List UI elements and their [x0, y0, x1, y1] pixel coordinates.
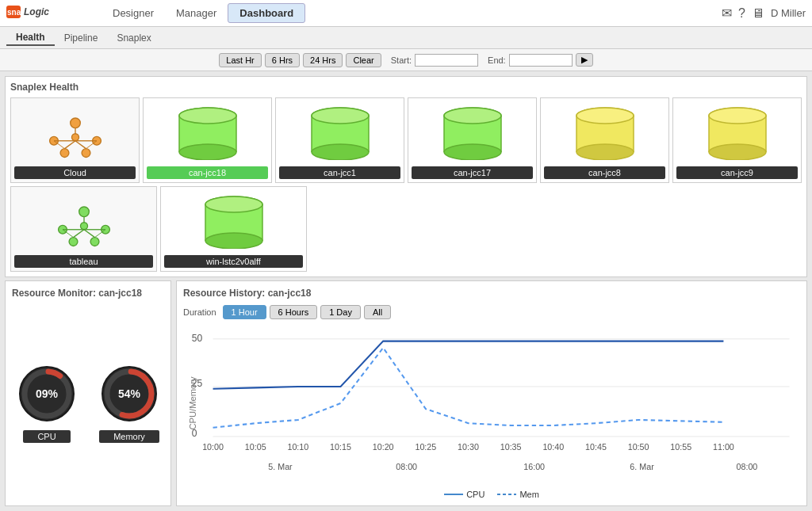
resource-monitor-title: Resource Monitor: can-jcc18 — [12, 288, 164, 299]
svg-point-18 — [179, 144, 236, 160]
svg-point-8 — [71, 134, 79, 141]
svg-point-3 — [70, 118, 80, 128]
tab-pipeline[interactable]: Pipeline — [55, 31, 108, 45]
svg-text:08:00: 08:00 — [737, 462, 758, 471]
chart-area: 50 25 0 CPU/Memory 10:00 10:05 10:10 10:… — [183, 326, 800, 486]
resource-history-panel: Resource History: can-jcc18 Duration 1 H… — [176, 280, 807, 506]
svg-text:snap: snap — [7, 8, 25, 17]
health-cell-win[interactable]: win-lstc2v0alff — [160, 186, 307, 272]
svg-point-6 — [60, 149, 69, 158]
dur-6hours[interactable]: 6 Hours — [270, 305, 318, 319]
svg-line-12 — [64, 141, 75, 149]
jcc1-label: can-jcc1 — [279, 166, 400, 179]
help-icon[interactable]: ? — [738, 6, 745, 21]
dur-all[interactable]: All — [364, 305, 391, 319]
svg-text:10:10: 10:10 — [287, 442, 308, 452]
tab-health[interactable]: Health — [6, 30, 55, 46]
svg-point-36 — [576, 144, 634, 160]
dur-1day[interactable]: 1 Day — [320, 305, 361, 319]
svg-text:10:30: 10:30 — [458, 442, 479, 452]
bottom-panels: Resource Monitor: can-jcc18 — [5, 280, 807, 506]
nav-manager[interactable]: Manager — [165, 4, 228, 22]
health-cell-tableau[interactable]: tableau — [10, 186, 157, 272]
health-cell-cloud[interactable]: Cloud — [10, 97, 140, 183]
svg-text:54%: 54% — [118, 387, 141, 400]
svg-line-13 — [75, 141, 86, 149]
cloud-network-icon — [40, 108, 111, 163]
nav-designer[interactable]: Designer — [102, 4, 165, 22]
btn-24hrs[interactable]: 24 Hrs — [303, 53, 343, 67]
duration-label: Duration — [183, 307, 216, 317]
health-row-2: tableau win-lstc2v0alff — [10, 186, 802, 272]
health-grid: Cloud can-jcc18 — [10, 97, 802, 272]
cpu-gauge: 09% CPU — [15, 362, 79, 443]
snaplex-health-title: Snaplex Health — [10, 82, 802, 93]
svg-text:10:40: 10:40 — [542, 442, 564, 452]
svg-text:10:55: 10:55 — [670, 442, 691, 452]
svg-point-45 — [709, 108, 766, 124]
health-cell-jcc17[interactable]: can-jcc17 — [408, 97, 537, 183]
start-input[interactable] — [415, 54, 478, 67]
btn-clear[interactable]: Clear — [346, 53, 381, 67]
time-control-bar: Last Hr 6 Hrs 24 Hrs Clear Start: End: ▶ — [0, 49, 812, 71]
health-cell-jcc18[interactable]: can-jcc18 — [143, 97, 272, 183]
health-cell-jcc1[interactable]: can-jcc1 — [275, 97, 404, 183]
chart-legend: CPU Mem — [183, 490, 800, 499]
svg-point-7 — [82, 149, 90, 158]
memory-label: Memory — [99, 430, 159, 443]
svg-point-51 — [80, 223, 87, 230]
top-navbar: snap Logic Designer Manager Dashboard ✉ … — [0, 0, 812, 27]
svg-text:16:00: 16:00 — [523, 462, 545, 471]
cloud-label: Cloud — [14, 166, 136, 179]
tableau-label: tableau — [14, 255, 153, 268]
svg-text:08:00: 08:00 — [396, 462, 417, 471]
btn-6hrs[interactable]: 6 Hrs — [265, 53, 300, 67]
jcc17-label: can-jcc17 — [412, 166, 533, 179]
svg-text:5. Mar: 5. Mar — [268, 462, 293, 471]
health-cell-jcc9[interactable]: can-jcc9 — [672, 97, 802, 183]
dur-1hour[interactable]: 1 Hour — [223, 305, 266, 319]
svg-point-49 — [69, 238, 78, 246]
cpu-gauge-circle: 09% — [15, 362, 79, 425]
svg-text:11:00: 11:00 — [713, 442, 734, 452]
tab-snaplex[interactable]: Snaplex — [107, 31, 160, 45]
legend-cpu-label: CPU — [466, 490, 485, 499]
svg-point-27 — [312, 108, 369, 124]
svg-text:CPU/Memory: CPU/Memory — [188, 376, 197, 430]
nav-dashboard[interactable]: Dashboard — [228, 3, 305, 23]
svg-point-64 — [205, 196, 262, 212]
resource-monitor-panel: Resource Monitor: can-jcc18 — [5, 280, 171, 506]
resource-chart: 50 25 0 CPU/Memory 10:00 10:05 10:10 10:… — [183, 326, 800, 486]
snaplex-health-panel: Snaplex Health — [5, 76, 807, 277]
svg-text:10:35: 10:35 — [500, 442, 522, 452]
legend-mem: Mem — [497, 490, 538, 499]
resource-history-title: Resource History: can-jcc18 — [183, 288, 800, 299]
legend-cpu: CPU — [444, 490, 485, 499]
start-label: Start: — [391, 55, 412, 65]
svg-point-46 — [79, 207, 89, 217]
end-label: End: — [488, 55, 506, 65]
jcc9-label: can-jcc9 — [676, 166, 798, 179]
play-button[interactable]: ▶ — [576, 53, 593, 67]
btn-last-hr[interactable]: Last Hr — [219, 53, 261, 67]
svg-point-42 — [709, 144, 766, 160]
svg-text:10:20: 10:20 — [373, 442, 394, 452]
health-cell-jcc8[interactable]: can-jcc8 — [540, 97, 669, 183]
svg-point-24 — [312, 144, 369, 160]
svg-text:10:15: 10:15 — [330, 442, 351, 452]
end-input[interactable] — [509, 54, 573, 67]
jcc8-label: can-jcc8 — [544, 166, 665, 179]
memory-gauge-circle: 54% — [98, 362, 161, 425]
svg-text:10:05: 10:05 — [245, 442, 266, 452]
jcc18-label: can-jcc18 — [147, 166, 268, 179]
top-icons: ✉ ? 🖥 D Miller — [722, 6, 806, 21]
memory-gauge: 54% Memory — [98, 362, 161, 443]
user-label[interactable]: D Miller — [771, 7, 806, 19]
tableau-network-icon — [48, 196, 120, 252]
svg-point-21 — [179, 108, 236, 124]
svg-text:6. Mar: 6. Mar — [630, 462, 654, 471]
svg-point-39 — [576, 108, 634, 124]
svg-text:Logic: Logic — [24, 6, 49, 17]
svg-text:10:00: 10:00 — [202, 442, 224, 452]
mail-icon[interactable]: ✉ — [722, 6, 732, 21]
